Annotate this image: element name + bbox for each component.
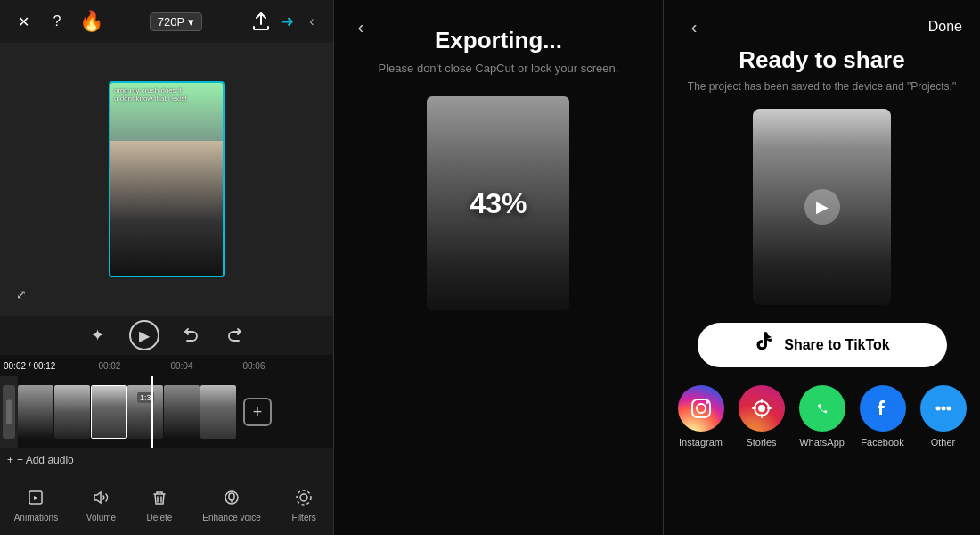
facebook-share-button[interactable]: Facebook: [860, 385, 906, 448]
tool-volume[interactable]: Volume: [79, 481, 124, 528]
top-bar-left: ✕ ? 🔥: [11, 9, 103, 34]
ready-subtitle: The project has been saved to the device…: [688, 79, 956, 95]
tiktok-label: Share to TikTok: [784, 337, 890, 353]
current-time: 00:02 / 00:12: [0, 361, 59, 371]
film-frame: [200, 385, 236, 439]
svg-point-4: [297, 490, 311, 505]
export-progress-percentage: 43%: [470, 187, 527, 220]
help-button[interactable]: ?: [45, 9, 69, 34]
svg-point-13: [946, 406, 951, 410]
video-preview-inner: omg my crush does it u dont know that i …: [110, 83, 223, 276]
stories-icon: [739, 385, 785, 432]
person-silhouette: [110, 141, 223, 276]
collapse-chevron[interactable]: ‹: [301, 11, 323, 32]
fire-icon: 🔥: [78, 9, 103, 34]
other-share-button[interactable]: Other: [920, 385, 967, 448]
other-label: Other: [931, 437, 956, 448]
facebook-label: Facebook: [861, 437, 903, 448]
film-frame: [54, 385, 90, 439]
whatsapp-label: WhatsApp: [799, 437, 845, 448]
tool-enhance-voice[interactable]: Enhance voice: [195, 481, 268, 528]
filters-icon: [292, 486, 315, 509]
video-preview: omg my crush does it u dont know that i …: [109, 81, 225, 277]
bottom-toolbar: Animations Volume Delete: [0, 473, 333, 535]
enhance-voice-label: Enhance voice: [202, 513, 261, 523]
svg-rect-0: [6, 400, 12, 424]
enhance-voice-icon: [220, 486, 243, 509]
preview-text: omg my crush does it u dont know that i …: [110, 83, 223, 106]
tool-delete[interactable]: Delete: [137, 481, 182, 528]
back-button[interactable]: ‹: [348, 14, 373, 39]
whatsapp-share-button[interactable]: WhatsApp: [799, 385, 845, 448]
preview-area: omg my crush does it u dont know that i …: [0, 43, 333, 316]
timeline-mark-1: 00:02: [94, 361, 124, 371]
quality-selector[interactable]: 720P ▾: [150, 12, 202, 31]
top-bar-right: ➜ ‹: [249, 9, 323, 34]
controls-row: ✦ ▶: [0, 316, 333, 355]
whatsapp-icon: [799, 385, 845, 432]
volume-label: Volume: [86, 513, 116, 523]
left-panel: ✕ ? 🔥 720P ▾ ➜ ‹ omg my crush does it u …: [0, 0, 333, 535]
redo-button[interactable]: [222, 322, 249, 349]
quality-chevron: ▾: [188, 15, 194, 29]
facebook-icon: [860, 385, 906, 432]
film-frame-active: [91, 385, 127, 439]
stories-label: Stories: [746, 437, 776, 448]
timeline-body: + 1:3: [0, 376, 333, 448]
animations-label: Animations: [14, 513, 58, 523]
tool-animations[interactable]: Animations: [7, 481, 65, 528]
filmstrip: [18, 385, 236, 439]
exporting-title: Exporting...: [435, 27, 562, 54]
exporting-subtitle: Please don't close CapCut or lock your s…: [379, 62, 619, 75]
instagram-share-button[interactable]: Instagram: [678, 385, 724, 448]
playhead: [151, 376, 153, 448]
top-bar: ✕ ? 🔥 720P ▾ ➜ ‹: [0, 0, 333, 43]
more-icon: [920, 385, 967, 432]
add-audio-row: + + Add audio: [0, 448, 333, 473]
expand-button[interactable]: ⤢: [11, 284, 32, 305]
film-frame: [18, 385, 53, 439]
stories-share-button[interactable]: Stories: [739, 385, 785, 448]
animations-icon: [24, 486, 47, 509]
delete-label: Delete: [146, 513, 172, 523]
timeline-mark-3: 00:06: [239, 361, 268, 371]
svg-point-10: [813, 399, 831, 417]
svg-point-9: [758, 405, 765, 412]
social-share-row: Instagram Stories WhatsApp: [678, 385, 967, 448]
tiktok-share-button[interactable]: Share to TikTok: [698, 323, 947, 367]
ready-title: Ready to share: [739, 46, 904, 74]
instagram-icon: [678, 385, 724, 432]
delete-icon: [148, 486, 171, 509]
svg-point-12: [941, 406, 945, 410]
done-button[interactable]: Done: [928, 19, 962, 35]
svg-point-6: [697, 404, 706, 413]
svg-point-3: [300, 494, 307, 501]
share-preview: ▶: [753, 109, 891, 305]
add-clip-button[interactable]: +: [243, 398, 272, 426]
timeline-mark-2: 00:04: [167, 361, 196, 371]
arrow-icon: ➜: [281, 12, 294, 31]
magic-button[interactable]: ✦: [85, 322, 111, 349]
export-button[interactable]: [249, 9, 274, 34]
film-frame: [164, 385, 200, 439]
add-audio-button[interactable]: + + Add audio: [7, 454, 74, 466]
svg-point-7: [706, 401, 708, 404]
share-panel: ‹ Done Ready to share The project has be…: [664, 0, 980, 535]
preview-play-button[interactable]: ▶: [804, 189, 840, 225]
tiktok-icon: [754, 332, 775, 358]
volume-icon: [90, 486, 113, 509]
close-button[interactable]: ✕: [11, 9, 36, 34]
tool-filters[interactable]: Filters: [282, 481, 326, 528]
exporting-panel: ‹ Exporting... Please don't close CapCut…: [334, 0, 663, 535]
export-preview: 43%: [427, 96, 569, 310]
timeline-header: 00:02 / 00:12 00:02 00:04 00:06: [0, 355, 333, 376]
undo-button[interactable]: [177, 322, 204, 349]
instagram-label: Instagram: [679, 437, 723, 448]
share-back-button[interactable]: ‹: [682, 14, 706, 39]
quality-label: 720P: [158, 15, 184, 29]
share-top-row: ‹ Done: [682, 14, 962, 39]
play-button[interactable]: ▶: [129, 320, 159, 350]
filters-label: Filters: [292, 513, 316, 523]
svg-point-11: [935, 406, 940, 410]
